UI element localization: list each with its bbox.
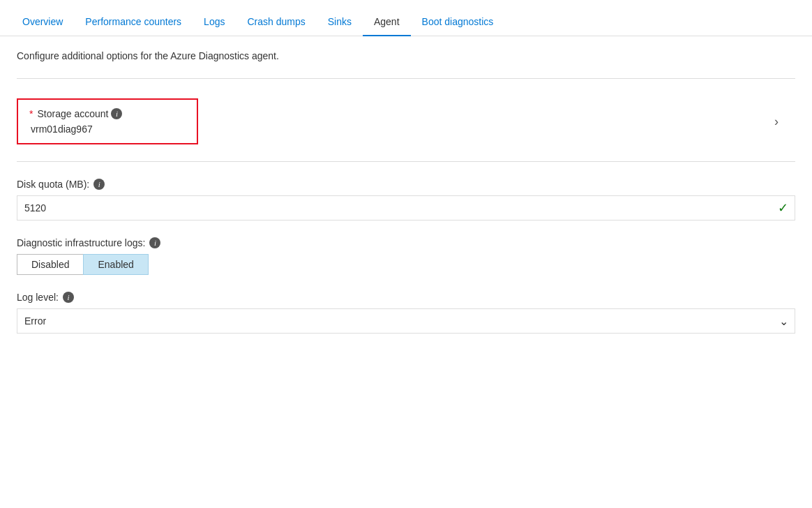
log-level-label: Log level:: [17, 292, 59, 303]
toggle-disabled[interactable]: Disabled: [17, 254, 83, 275]
disk-quota-check-icon: ✓: [778, 200, 788, 216]
tab-boot-diagnostics[interactable]: Boot diagnostics: [411, 8, 505, 36]
disk-quota-section: Disk quota (MB): i ✓: [17, 179, 795, 221]
disk-quota-label-row: Disk quota (MB): i: [17, 179, 795, 190]
log-level-label-row: Log level: i: [17, 292, 795, 303]
main-content: Configure additional options for the Azu…: [0, 36, 812, 348]
toggle-enabled[interactable]: Enabled: [83, 254, 148, 275]
storage-account-chevron-icon[interactable]: ›: [774, 114, 779, 129]
tab-bar: Overview Performance counters Logs Crash…: [0, 0, 812, 36]
disk-quota-info-icon[interactable]: i: [93, 179, 105, 190]
tab-crash-dumps[interactable]: Crash dumps: [236, 8, 316, 36]
description-text: Configure additional options for the Azu…: [17, 50, 795, 61]
storage-account-outer: * Storage account i vrm01diag967 ›: [17, 87, 795, 156]
diagnostic-logs-section: Diagnostic infrastructure logs: i Disabl…: [17, 237, 795, 275]
log-level-select[interactable]: Error Warning Information Verbose: [17, 308, 795, 334]
log-level-select-wrapper: Error Warning Information Verbose ⌄: [17, 308, 795, 334]
tab-sinks[interactable]: Sinks: [317, 8, 363, 36]
log-level-section: Log level: i Error Warning Information V…: [17, 292, 795, 334]
required-star: *: [29, 108, 33, 119]
diagnostic-logs-label-row: Diagnostic infrastructure logs: i: [17, 237, 795, 248]
storage-account-info-icon[interactable]: i: [111, 108, 122, 119]
disk-quota-label: Disk quota (MB):: [17, 179, 89, 190]
storage-account-label: Storage account: [37, 108, 108, 119]
storage-account-value: vrm01diag967: [29, 124, 186, 135]
tab-performance-counters[interactable]: Performance counters: [74, 8, 193, 36]
storage-account-label-row: * Storage account i: [29, 108, 186, 119]
diagnostic-logs-label: Diagnostic infrastructure logs:: [17, 237, 145, 248]
tab-logs[interactable]: Logs: [193, 8, 236, 36]
diagnostic-logs-toggle-group: Disabled Enabled: [17, 254, 795, 275]
tab-agent[interactable]: Agent: [363, 8, 411, 36]
storage-account-section[interactable]: * Storage account i vrm01diag967: [17, 98, 198, 144]
top-divider: [17, 78, 795, 79]
log-level-info-icon[interactable]: i: [63, 292, 74, 303]
diagnostic-logs-info-icon[interactable]: i: [149, 237, 160, 248]
storage-divider: [17, 161, 795, 162]
tab-overview[interactable]: Overview: [11, 8, 74, 36]
disk-quota-input[interactable]: [17, 195, 795, 221]
disk-quota-input-wrapper: ✓: [17, 195, 795, 221]
